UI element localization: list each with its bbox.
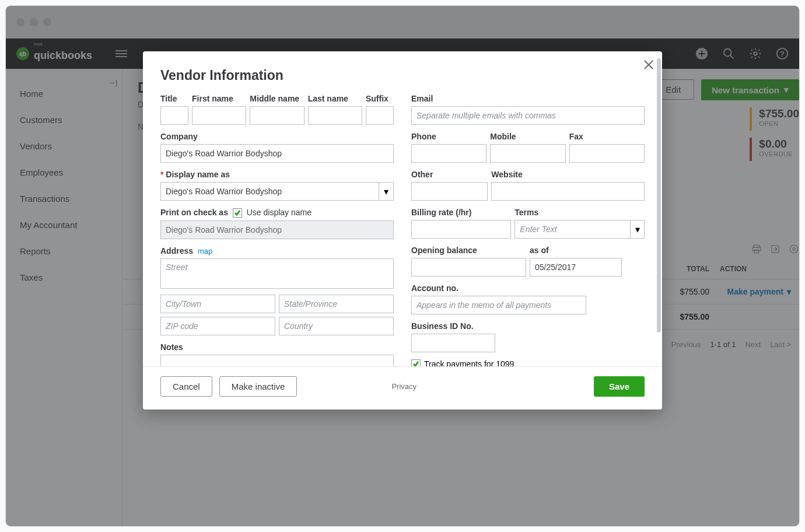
city-input[interactable] [160, 295, 275, 313]
lbl-middle: Middle name [250, 94, 304, 103]
email-input[interactable] [411, 106, 645, 125]
phone-input[interactable] [411, 144, 487, 163]
state-input[interactable] [279, 295, 394, 313]
lbl-suffix: Suffix [366, 94, 394, 103]
lbl-print-check: Print on check as Use display name [160, 208, 394, 218]
modal-overlay: Vendor Information Title First name [6, 6, 799, 526]
map-link[interactable]: map [198, 247, 212, 256]
website-input[interactable] [491, 182, 645, 201]
lbl-fax: Fax [569, 132, 645, 141]
lbl-phone: Phone [411, 132, 487, 141]
privacy-link[interactable]: Privacy [391, 382, 416, 391]
use-display-name-checkbox[interactable] [233, 208, 242, 218]
track-1099-label: Track payments for 1099 [424, 359, 514, 366]
lbl-notes: Notes [160, 342, 394, 352]
company-input[interactable] [160, 144, 394, 163]
first-name-input[interactable] [192, 106, 246, 125]
display-name-select[interactable] [160, 182, 379, 201]
lbl-business-id: Business ID No. [411, 321, 645, 331]
lbl-mobile: Mobile [490, 132, 565, 141]
street-input[interactable] [160, 258, 394, 289]
title-input[interactable] [160, 106, 188, 125]
last-name-input[interactable] [308, 106, 362, 125]
lbl-terms: Terms [514, 208, 645, 217]
notes-input[interactable] [160, 355, 394, 366]
modal-footer: Cancel Make inactive Privacy Save [143, 366, 662, 410]
fax-input[interactable] [569, 144, 645, 163]
terms-dropdown-icon[interactable]: ▾ [630, 220, 645, 239]
lbl-email: Email [411, 94, 645, 103]
modal-title: Vendor Information [160, 68, 645, 83]
vendor-info-modal: Vendor Information Title First name [143, 51, 662, 410]
lbl-company: Company [160, 132, 394, 141]
lbl-account-no: Account no. [411, 284, 645, 293]
zip-input[interactable] [160, 317, 275, 335]
other-input[interactable] [411, 182, 488, 201]
as-of-input[interactable] [530, 258, 622, 276]
lbl-address: Address map [160, 246, 394, 256]
cancel-button[interactable]: Cancel [160, 376, 212, 397]
lbl-last: Last name [308, 94, 362, 103]
account-no-input[interactable] [411, 296, 586, 314]
middle-name-input[interactable] [250, 106, 304, 125]
print-check-input [160, 220, 394, 239]
lbl-title: Title [160, 94, 188, 103]
modal-right-column: Email Phone Mobile [411, 94, 645, 366]
track-1099-checkbox[interactable] [411, 359, 421, 366]
display-name-dropdown-icon[interactable]: ▾ [379, 182, 394, 201]
save-button[interactable]: Save [594, 376, 645, 397]
terms-select[interactable] [514, 220, 630, 239]
lbl-first: First name [192, 94, 246, 103]
opening-balance-input[interactable] [411, 258, 526, 276]
modal-left-column: Title First name Middle name [160, 94, 394, 366]
suffix-input[interactable] [366, 106, 394, 125]
make-inactive-button[interactable]: Make inactive [219, 376, 298, 397]
lbl-opening-balance: Opening balance [411, 246, 526, 255]
billing-rate-input[interactable] [411, 220, 511, 239]
lbl-as-of: as of [530, 246, 645, 255]
lbl-website: Website [491, 170, 645, 179]
lbl-billing-rate: Billing rate (/hr) [411, 208, 511, 217]
lbl-display-name: * Display name as [160, 170, 394, 179]
country-input[interactable] [279, 317, 394, 335]
business-id-input[interactable] [411, 334, 495, 352]
mobile-input[interactable] [490, 144, 565, 163]
track-1099-row: Track payments for 1099 [411, 359, 645, 366]
lbl-other: Other [411, 170, 488, 179]
modal-scrollbar[interactable] [657, 58, 661, 332]
